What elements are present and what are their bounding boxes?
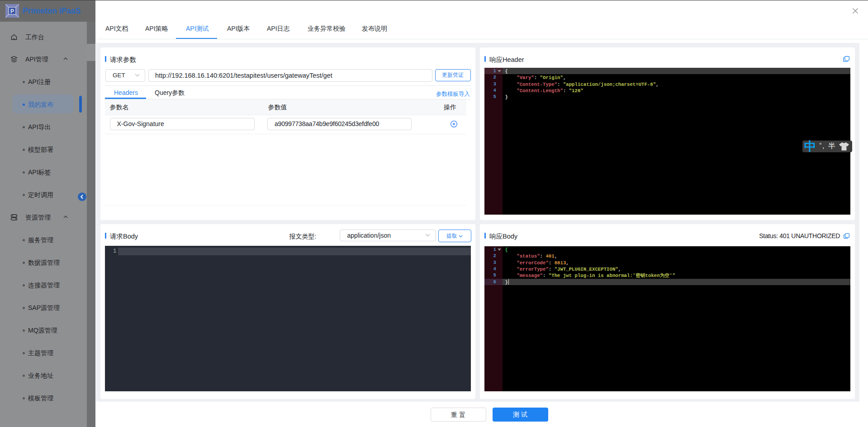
svg-text:P: P xyxy=(10,8,14,14)
